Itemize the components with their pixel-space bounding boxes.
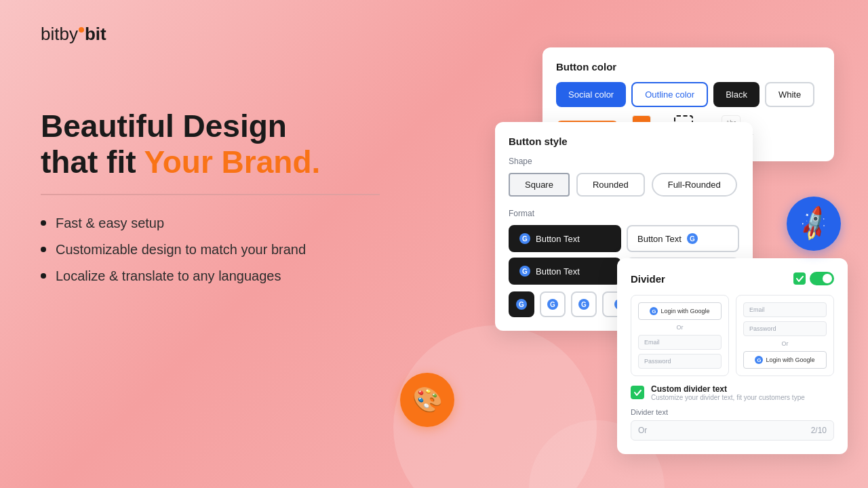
social-color-button[interactable]: Social color <box>556 82 626 107</box>
rounded-shape-button[interactable]: Rounded <box>576 173 645 197</box>
password-input-preview-1: Password <box>638 354 722 369</box>
icon-only-btn-2[interactable]: G <box>540 291 566 317</box>
bullet-icon <box>41 273 46 279</box>
password-input-preview-2: Password <box>743 321 827 336</box>
headline-line1: Beautiful Design <box>41 108 287 144</box>
google-g-icon-1: G <box>519 233 530 244</box>
logo-by: by <box>59 24 77 45</box>
format-btn-text-2: Button Text <box>637 234 682 244</box>
preview-box-1: G Login with Google Or Email Password <box>631 295 729 376</box>
email-input-preview-1: Email <box>638 335 722 350</box>
format-btn-2[interactable]: Button Text G <box>627 225 739 252</box>
ui-cards-container: Button color Social color Outline color … <box>495 47 848 454</box>
or-divider-2: Or <box>743 340 827 347</box>
bullet-icon <box>41 247 46 252</box>
palette-icon: 🎨 <box>412 386 443 414</box>
bullet-icon <box>41 220 46 226</box>
google-g-icon-7: G <box>578 299 589 310</box>
format-label: Format <box>509 209 739 218</box>
preview-box-2: Email Password Or G Login with Google <box>736 295 834 376</box>
color-buttons-row: Social color Outline color Black White <box>556 82 821 107</box>
icon-only-btn-1[interactable]: G <box>509 291 534 317</box>
logo-text: bit <box>41 24 59 45</box>
divider-card: Divider G Login with Google Or Email Pas… <box>617 258 848 454</box>
custom-divider-title: Custom divider text <box>651 384 805 394</box>
shape-label: Shape <box>509 157 739 166</box>
format-btn-3[interactable]: G Button Text <box>509 258 621 285</box>
icon-only-btn-3[interactable]: G <box>571 291 597 317</box>
square-shape-button[interactable]: Square <box>509 173 570 197</box>
google-login-btn-preview-1: G Login with Google <box>638 302 722 320</box>
palette-circle: 🎨 <box>400 373 454 427</box>
outline-color-button[interactable]: Outline color <box>631 82 708 107</box>
divider-char-count: 2/10 <box>811 426 827 435</box>
format-btn-1[interactable]: G Button Text <box>509 225 621 252</box>
headline-line2: that fit <box>41 144 144 180</box>
email-input-preview-2: Email <box>743 302 827 317</box>
google-g-icon-3: G <box>519 266 530 277</box>
white-color-button[interactable]: White <box>765 82 814 107</box>
full-rounded-shape-button[interactable]: Full-Rounded <box>652 173 737 197</box>
headline: Beautiful Design that fit Your Brand. <box>41 108 380 180</box>
divider-input-row[interactable]: Or 2/10 <box>631 420 834 441</box>
feature-item-1: Fast & easy setup <box>41 216 380 231</box>
google-login-text-2: Login with Google <box>766 357 814 363</box>
google-g-preview-1: G <box>650 307 658 315</box>
google-g-preview-2: G <box>755 356 763 364</box>
divider-text-label: Divider text <box>631 408 834 416</box>
format-btn-text-3: Button Text <box>536 266 580 277</box>
divider-toggle[interactable] <box>810 272 834 285</box>
or-divider-1: Or <box>638 324 722 331</box>
divider-title: Divider <box>631 273 665 285</box>
logo: bit by bit <box>41 24 106 45</box>
google-login-text-1: Login with Google <box>660 308 709 314</box>
headline-divider <box>41 194 380 195</box>
feature-text-3: Localize & translate to any languages <box>56 268 281 284</box>
divider-header: Divider <box>631 272 834 285</box>
toggle-container <box>793 272 834 285</box>
feature-item-3: Localize & translate to any languages <box>41 268 380 284</box>
button-style-title: Button style <box>509 136 739 147</box>
custom-divider-checkbox[interactable] <box>631 386 644 399</box>
logo-dot-icon <box>79 27 84 33</box>
custom-divider-text: Custom divider text Customize your divid… <box>651 384 805 401</box>
features-list: Fast & easy setup Customizable design to… <box>41 216 380 284</box>
format-btn-text-1: Button Text <box>536 234 580 244</box>
rocket-icon: 🚀 <box>793 204 834 244</box>
feature-text-2: Customizable design to match your brand <box>56 242 306 258</box>
check-icon <box>796 276 804 282</box>
divider-checkbox[interactable] <box>793 272 806 285</box>
feature-item-2: Customizable design to match your brand <box>41 242 380 258</box>
custom-divider-desc: Customize your divider text, fit your cu… <box>651 394 805 401</box>
google-login-btn-preview-2: G Login with Google <box>743 351 827 369</box>
check-icon-2 <box>634 390 642 396</box>
custom-divider-row: Custom divider text Customize your divid… <box>631 384 834 401</box>
divider-previews: G Login with Google Or Email Password Em… <box>631 295 834 376</box>
logo-bit2: bit <box>85 24 106 45</box>
google-g-icon-5: G <box>516 299 527 310</box>
button-color-title: Button color <box>556 61 821 73</box>
shape-row: Square Rounded Full-Rounded <box>509 173 739 197</box>
black-color-button[interactable]: Black <box>713 82 760 107</box>
google-g-icon-2: G <box>687 233 698 244</box>
google-g-icon-6: G <box>547 299 558 310</box>
rocket-circle: 🚀 <box>787 197 841 251</box>
feature-text-1: Fast & easy setup <box>56 216 164 231</box>
left-content: Beautiful Design that fit Your Brand. Fa… <box>41 108 380 295</box>
headline-accent: Your Brand. <box>144 144 320 180</box>
divider-input-value: Or <box>638 426 647 435</box>
